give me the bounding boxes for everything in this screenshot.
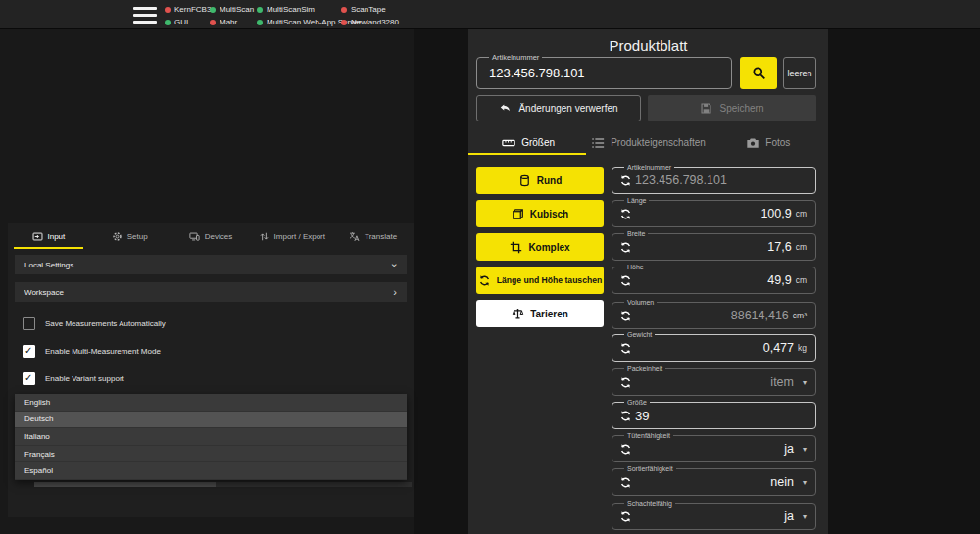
sync-icon[interactable] bbox=[619, 476, 632, 489]
sync-icon[interactable] bbox=[619, 241, 632, 254]
field-breite[interactable]: Breite 17,6cm bbox=[612, 233, 816, 261]
tab-import-export[interactable]: Import / Export bbox=[251, 223, 332, 249]
discard-changes-button[interactable]: Änderungen verwerfen bbox=[476, 95, 641, 121]
field-label: Packeinheit bbox=[624, 365, 665, 373]
accordion-local-settings[interactable]: Local Settings › bbox=[15, 255, 407, 274]
status-dot-green bbox=[210, 7, 216, 13]
top-navbar: KernFCB3 MultiScan MultiScanSim ScanTape… bbox=[0, 0, 980, 29]
cube-icon bbox=[512, 208, 524, 220]
page-title: Produktblatt bbox=[468, 37, 828, 54]
search-button[interactable] bbox=[740, 57, 777, 89]
swap-icon bbox=[478, 274, 491, 287]
scrollbar-thumb[interactable] bbox=[34, 482, 216, 487]
language-option-espanol[interactable]: Español bbox=[15, 462, 407, 480]
search-icon bbox=[752, 66, 766, 80]
checkbox-checked[interactable] bbox=[23, 345, 35, 358]
field-tuetenfaehigkeit[interactable]: Tütenfähigkeit ja▾ bbox=[612, 435, 816, 462]
sync-icon[interactable] bbox=[619, 410, 632, 422]
field-hoehe[interactable]: Höhe 49,9cm bbox=[612, 267, 816, 294]
tab-fotos[interactable]: Fotos bbox=[709, 130, 828, 155]
field-groesse[interactable]: Größe 39 bbox=[612, 402, 816, 429]
kubisch-button[interactable]: Kubisch bbox=[476, 200, 604, 227]
language-dropdown-list: English Deutsch Italiano Français Españo… bbox=[15, 394, 407, 480]
sync-icon[interactable] bbox=[619, 510, 632, 523]
service-status-newland3280: Newland3280 bbox=[341, 18, 399, 26]
field-value: 0,477 bbox=[763, 341, 794, 355]
sync-icon[interactable] bbox=[619, 208, 632, 220]
status-dot-green bbox=[257, 7, 263, 13]
checkbox-label: Enable Variant support bbox=[45, 374, 124, 383]
field-value: ja bbox=[784, 510, 794, 523]
tab-label: Fotos bbox=[765, 137, 790, 148]
tab-input[interactable]: Input bbox=[8, 223, 89, 249]
article-number-input[interactable]: Artikelnummer 123.456.798.101 bbox=[476, 57, 732, 89]
settings-tab-bar: Input Setup Devices Import / Export Tran… bbox=[8, 223, 414, 249]
checkbox-unchecked[interactable] bbox=[23, 317, 35, 330]
language-label: English bbox=[24, 398, 50, 407]
field-value: ja bbox=[784, 442, 794, 456]
checkbox-variant-support[interactable]: Enable Variant support bbox=[23, 364, 407, 392]
sync-icon[interactable] bbox=[619, 376, 632, 389]
section-label: Local Settings bbox=[24, 261, 74, 269]
undo-icon bbox=[499, 102, 512, 115]
field-sortierfaehigkeit[interactable]: Sortierfähigkeit nein▾ bbox=[612, 468, 816, 496]
tab-label: Größen bbox=[521, 137, 555, 148]
tab-setup[interactable]: Setup bbox=[89, 223, 171, 249]
sync-icon[interactable] bbox=[619, 274, 632, 287]
field-artikelnummer[interactable]: Artikelnummer 123.456.798.101 bbox=[612, 167, 816, 194]
checkbox-save-measurements[interactable]: Save Measurements Automatically bbox=[23, 310, 407, 337]
field-laenge[interactable]: Länge 100,9cm bbox=[612, 200, 816, 227]
field-label: Tütenfähigkeit bbox=[624, 432, 673, 440]
language-option-deutsch[interactable]: Deutsch bbox=[15, 412, 407, 429]
sync-icon[interactable] bbox=[619, 443, 632, 456]
checkbox-label: Enable Multi-Measurement Mode bbox=[45, 347, 161, 356]
komplex-button[interactable]: Komplex bbox=[476, 233, 604, 261]
tab-translate[interactable]: Translate bbox=[332, 223, 414, 249]
field-value: 123.456.798.101 bbox=[635, 173, 727, 187]
clear-button[interactable]: leeren bbox=[783, 57, 816, 89]
field-label: Länge bbox=[624, 197, 649, 205]
language-option-italiano[interactable]: Italiano bbox=[15, 428, 407, 446]
tab-label: Devices bbox=[205, 232, 232, 241]
tab-produkteigenschaften[interactable]: Produkteigenschaften bbox=[588, 130, 708, 155]
sync-icon[interactable] bbox=[619, 310, 632, 322]
field-volumen[interactable]: Volumen 88614,416cm³ bbox=[612, 302, 816, 329]
field-gewicht[interactable]: Gewicht 0,477kg bbox=[612, 334, 816, 362]
hamburger-menu-icon[interactable] bbox=[133, 7, 157, 24]
rund-button[interactable]: Rund bbox=[476, 167, 604, 194]
tab-label: Input bbox=[48, 232, 66, 241]
product-tab-bar: Größen Produkteigenschaften Fotos bbox=[468, 130, 828, 155]
input-floating-label: Artikelnummer bbox=[489, 53, 542, 62]
field-unit: cm bbox=[796, 275, 807, 285]
save-button[interactable]: Speichern bbox=[648, 95, 816, 121]
field-label: Höhe bbox=[624, 264, 647, 271]
language-option-english[interactable]: English bbox=[15, 394, 407, 412]
checkbox-multi-measurement[interactable]: Enable Multi-Measurement Mode bbox=[23, 337, 407, 364]
field-label: Schachtelfähig bbox=[624, 500, 675, 508]
tab-groessen[interactable]: Größen bbox=[468, 130, 588, 155]
field-packeinheit[interactable]: Packeinheit item▾ bbox=[612, 368, 816, 396]
translate-icon bbox=[349, 231, 360, 242]
field-schachtelfaehig[interactable]: Schachtelfähig ja▾ bbox=[612, 503, 816, 530]
sync-icon[interactable] bbox=[619, 174, 632, 187]
accordion-workspace[interactable]: Workspace › bbox=[15, 282, 407, 302]
chevron-down-icon: ▾ bbox=[803, 512, 807, 521]
checkbox-checked[interactable] bbox=[23, 372, 35, 385]
import-export-icon bbox=[259, 231, 270, 242]
tarieren-button[interactable]: Tarieren bbox=[476, 300, 604, 327]
swap-length-height-button[interactable]: Länge und Höhe tauschen bbox=[476, 267, 604, 294]
service-label: Mahr bbox=[220, 18, 237, 26]
horizontal-scrollbar[interactable] bbox=[34, 482, 412, 487]
sync-icon[interactable] bbox=[619, 342, 632, 355]
language-option-francais[interactable]: Français bbox=[15, 446, 407, 463]
chevron-down-icon: ▾ bbox=[803, 478, 807, 487]
status-dot-red bbox=[210, 20, 216, 25]
list-icon bbox=[591, 136, 605, 150]
service-label: KernFCB3 bbox=[174, 5, 211, 14]
service-status-scantape: ScanTape bbox=[341, 5, 386, 14]
chevron-right-icon: › bbox=[393, 287, 397, 298]
tab-devices[interactable]: Devices bbox=[171, 223, 252, 249]
input-icon bbox=[32, 231, 43, 242]
field-unit: kg bbox=[798, 343, 807, 353]
service-label: MultiScan bbox=[220, 5, 254, 14]
